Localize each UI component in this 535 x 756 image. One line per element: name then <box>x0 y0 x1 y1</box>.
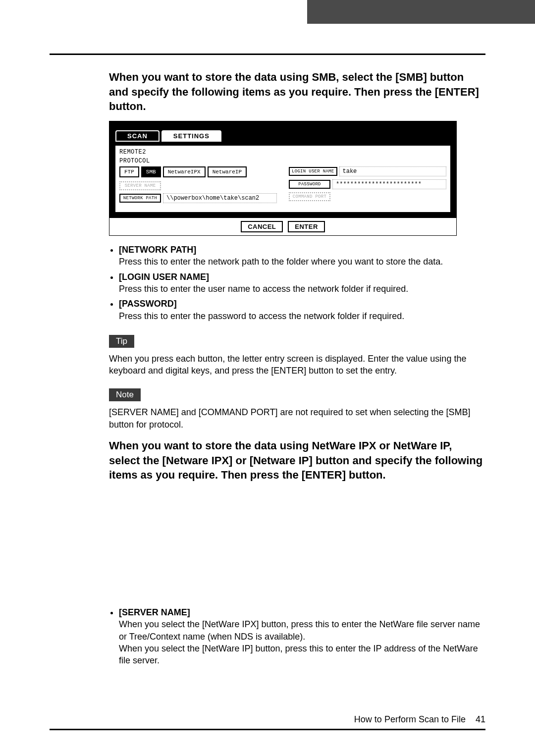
password-value: ************************ <box>332 179 446 189</box>
list-item: [LOGIN USER NAME] Press this to enter th… <box>119 271 485 295</box>
protocol-label: PROTOCOL <box>119 158 277 164</box>
tip-text: When you press each button, the letter e… <box>109 353 485 377</box>
bullet-head: [LOGIN USER NAME] <box>119 272 209 282</box>
bullet-head: [SERVER NAME] <box>119 607 190 617</box>
tip-label: Tip <box>109 335 134 348</box>
section-heading-netware: When you want to store the data using Ne… <box>109 438 485 483</box>
remote-label: REMOTE2 <box>119 149 446 156</box>
list-item: [NETWORK PATH] Press this to enter the n… <box>119 244 485 268</box>
login-user-name-value: take <box>339 166 446 176</box>
bullet-desc: Press this to enter the user name to acc… <box>119 283 485 295</box>
protocol-ftp-button[interactable]: FTP <box>119 166 139 177</box>
bullet-desc: When you select the [NetWare IPX] button… <box>119 618 485 666</box>
note-label: Note <box>109 388 141 401</box>
server-name-button: SERVER NAME <box>119 181 161 190</box>
page-number: 41 <box>476 714 485 724</box>
section-heading-smb: When you want to store the data using SM… <box>109 70 485 114</box>
password-button[interactable]: PASSWORD <box>289 180 330 189</box>
list-item: [PASSWORD] Press this to enter the passw… <box>119 298 485 322</box>
tab-settings[interactable]: SETTINGS <box>161 130 221 142</box>
protocol-row: FTP SMB NetwareIPX NetwareIP <box>119 166 277 177</box>
bullet-head: [NETWORK PATH] <box>119 245 196 255</box>
protocol-smb-button[interactable]: SMB <box>141 166 161 177</box>
header-stripe <box>0 0 535 24</box>
enter-button[interactable]: ENTER <box>288 221 325 232</box>
page: When you want to store the data using SM… <box>0 24 535 756</box>
tab-scan[interactable]: SCAN <box>115 130 160 142</box>
smb-field-list: [NETWORK PATH] Press this to enter the n… <box>109 244 485 322</box>
login-user-name-button[interactable]: LOGIN USER NAME <box>289 167 337 176</box>
list-item: [SERVER NAME] When you select the [NetWa… <box>119 606 485 666</box>
network-path-button[interactable]: NETWORK PATH <box>119 194 161 203</box>
settings-panel: SCAN SETTINGS REMOTE2 PROTOCOL FTP SMB <box>109 121 457 236</box>
netware-field-list: [SERVER NAME] When you select the [NetWa… <box>109 606 485 666</box>
bullet-desc: Press this to enter the password to acce… <box>119 310 485 322</box>
protocol-netware-ipx-button[interactable]: NetwareIPX <box>163 166 206 177</box>
figure-placeholder <box>109 489 485 603</box>
command-port-button: COMMAND PORT <box>289 192 330 201</box>
page-footer: How to Perform Scan to File 41 <box>354 714 485 725</box>
bullet-head: [PASSWORD] <box>119 299 177 309</box>
note-text: [SERVER NAME] and [COMMAND PORT] are not… <box>109 406 485 431</box>
footer-title: How to Perform Scan to File <box>354 714 466 724</box>
bullet-desc: Press this to enter the network path to … <box>119 256 485 268</box>
network-path-value: \\powerbox\home\take\scan2 <box>163 193 277 203</box>
protocol-netware-ip-button[interactable]: NetwareIP <box>208 166 247 177</box>
cancel-button[interactable]: CANCEL <box>241 221 283 232</box>
